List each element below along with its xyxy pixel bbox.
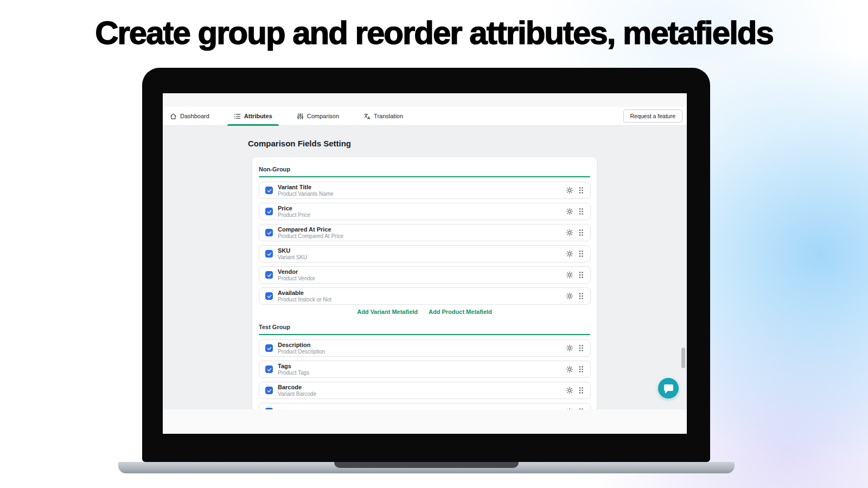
group-underline (259, 176, 590, 177)
row-checkbox[interactable] (265, 250, 273, 258)
row-subtitle: Variant Barcode (278, 391, 316, 397)
attribute-row[interactable]: Vendor Product Vendor (259, 266, 591, 284)
chat-widget-button[interactable] (658, 378, 679, 399)
gear-icon[interactable] (566, 187, 573, 194)
gear-icon[interactable] (566, 344, 573, 352)
row-subtitle: Variant SKU (278, 254, 307, 261)
nav-item-dashboard[interactable]: Dashboard (170, 107, 209, 125)
sliders-icon (297, 113, 304, 120)
add-metafield-link[interactable]: Add Product Metafield (429, 309, 492, 315)
check-icon (266, 388, 272, 394)
row-title: Barcode (278, 384, 316, 391)
attribute-row[interactable]: Price Product Price (259, 203, 591, 220)
gear-icon[interactable] (566, 365, 573, 373)
attribute-row[interactable]: Tags Product Tags (259, 361, 591, 378)
nav-item-comparison[interactable]: Comparison (297, 107, 339, 125)
row-subtitle: Product Tags (278, 370, 309, 376)
row-checkbox[interactable] (265, 387, 273, 394)
drag-handle-icon[interactable] (578, 271, 584, 279)
drag-handle-icon[interactable] (578, 292, 584, 300)
row-checkbox[interactable] (265, 292, 273, 300)
svg-text:A: A (367, 115, 371, 120)
check-icon (266, 367, 272, 373)
drag-handle-icon[interactable] (578, 365, 584, 373)
gear-icon[interactable] (566, 387, 573, 394)
row-title: Tags (278, 363, 309, 370)
drag-handle-icon[interactable] (578, 187, 584, 194)
row-title: Price (278, 205, 310, 212)
row-subtitle: Product Instock or Not (278, 297, 331, 303)
row-subtitle: Product Vendor (278, 275, 315, 282)
check-icon (266, 345, 272, 351)
add-metafield-link[interactable]: Add Variant Metafield (357, 309, 418, 315)
attribute-row[interactable]: Variant Title Product Variants Name (259, 182, 591, 199)
row-title: SKU (278, 247, 307, 254)
fields-card: Non-Group Variant Title Product Variants… (252, 157, 597, 409)
gear-icon[interactable] (566, 271, 573, 279)
chat-bubble-icon (664, 384, 673, 391)
nav-label: Translation (374, 113, 403, 119)
row-subtitle: Product Price (278, 212, 310, 219)
row-icons (566, 229, 584, 236)
row-title: Description (278, 342, 325, 349)
attribute-group: Non-Group Variant Title Product Variants… (252, 166, 597, 315)
group-label: Non-Group (259, 166, 590, 172)
row-checkbox[interactable] (265, 365, 273, 373)
drag-handle-icon[interactable] (578, 344, 584, 352)
laptop-base (118, 462, 735, 473)
screen-top-strip (163, 93, 687, 107)
check-icon (266, 293, 272, 299)
attribute-row[interactable]: Barcode Variant Barcode (259, 382, 591, 399)
check-icon (266, 251, 272, 257)
row-icons (566, 187, 584, 194)
drag-handle-icon[interactable] (578, 208, 584, 215)
attribute-row[interactable]: Type (259, 403, 591, 409)
row-checkbox[interactable] (265, 229, 273, 236)
attribute-row[interactable]: Compared At Price Product Compared At Pr… (259, 224, 591, 241)
nav-item-attributes[interactable]: Attributes (234, 107, 272, 125)
drag-handle-icon[interactable] (578, 250, 584, 258)
row-icons (566, 250, 584, 258)
check-icon (266, 209, 272, 215)
groups: Non-Group Variant Title Product Variants… (252, 166, 597, 409)
gear-icon[interactable] (566, 229, 573, 236)
row-checkbox[interactable] (265, 208, 273, 215)
check-icon (266, 272, 272, 278)
row-subtitle: Product Compared At Price (278, 233, 343, 240)
drag-handle-icon[interactable] (578, 387, 584, 394)
gear-icon[interactable] (566, 292, 573, 300)
row-checkbox[interactable] (265, 187, 273, 194)
scrollbar-thumb[interactable] (681, 348, 685, 368)
group-rows: Variant Title Product Variants Name Pric… (252, 182, 597, 305)
row-icons (566, 208, 584, 215)
drag-handle-icon[interactable] (578, 229, 584, 236)
request-feature-button[interactable]: Request a feature (623, 110, 682, 123)
row-text: Vendor Product Vendor (278, 268, 315, 281)
nav-label: Comparison (307, 113, 339, 119)
list-icon (234, 113, 241, 120)
row-checkbox[interactable] (265, 271, 273, 279)
row-text: Description Product Description (278, 342, 325, 355)
attribute-row[interactable]: Description Product Description (259, 339, 591, 357)
row-text: SKU Variant SKU (278, 247, 307, 260)
group-underline (259, 334, 590, 335)
row-icons (566, 292, 584, 300)
group-rows: Description Product Description Tags Pro… (252, 339, 597, 409)
row-icons (566, 387, 584, 394)
attribute-row[interactable]: Available Product Instock or Not (259, 287, 591, 305)
attribute-row[interactable]: SKU Variant SKU (259, 245, 591, 262)
row-checkbox[interactable] (265, 344, 273, 352)
row-text: Barcode Variant Barcode (278, 384, 316, 397)
page-title: Comparison Fields Setting (248, 139, 351, 148)
row-title: Vendor (278, 268, 315, 275)
translate-icon: A (363, 113, 371, 120)
row-text: Price Product Price (278, 205, 310, 218)
gear-icon[interactable] (566, 208, 573, 215)
row-subtitle: Product Variants Name (278, 191, 334, 197)
row-subtitle: Product Description (278, 349, 325, 355)
row-text: Variant Title Product Variants Name (278, 184, 334, 197)
gear-icon[interactable] (566, 250, 573, 258)
row-text: Tags Product Tags (278, 363, 309, 376)
row-icons (566, 365, 584, 373)
nav-item-translation[interactable]: A Translation (363, 107, 403, 125)
